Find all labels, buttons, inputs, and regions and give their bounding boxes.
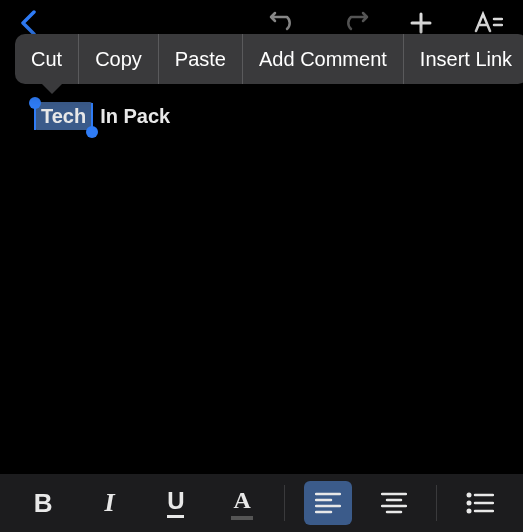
bold-icon: B: [34, 488, 53, 519]
svg-point-1: [466, 501, 471, 506]
selection-handle-start[interactable]: [29, 97, 41, 109]
toolbar-separator: [436, 485, 437, 521]
align-left-icon: [315, 492, 341, 514]
italic-icon: I: [104, 488, 114, 518]
svg-point-0: [466, 493, 471, 498]
text-format-icon[interactable]: [473, 11, 503, 35]
align-center-button[interactable]: [370, 481, 418, 525]
svg-point-2: [466, 509, 471, 514]
redo-icon[interactable]: [339, 11, 369, 35]
bullet-list-icon: [466, 492, 494, 514]
plus-icon[interactable]: [409, 11, 433, 35]
text-selection[interactable]: Tech: [35, 105, 92, 128]
copy-button[interactable]: Copy: [79, 34, 158, 84]
paste-button[interactable]: Paste: [159, 34, 242, 84]
menu-pointer: [42, 84, 62, 94]
selected-text: Tech: [35, 102, 92, 130]
bullet-list-button[interactable]: [456, 481, 504, 525]
text-color-icon: A: [231, 487, 253, 520]
align-center-icon: [381, 492, 407, 514]
document-text: In Pack: [100, 105, 170, 128]
text-line[interactable]: Tech In Pack: [35, 105, 170, 128]
insert-link-button[interactable]: Insert Link: [404, 34, 523, 84]
undo-icon[interactable]: [269, 11, 299, 35]
bold-button[interactable]: B: [19, 481, 67, 525]
context-menu: Cut Copy Paste Add Comment Insert Link: [15, 34, 523, 84]
text-color-button[interactable]: A: [218, 481, 266, 525]
cut-button[interactable]: Cut: [15, 34, 78, 84]
document-area[interactable]: Tech In Pack: [0, 45, 523, 474]
selection-handle-end[interactable]: [86, 126, 98, 138]
back-icon[interactable]: [20, 10, 36, 36]
align-left-button[interactable]: [304, 481, 352, 525]
underline-button[interactable]: U: [152, 481, 200, 525]
toolbar-separator: [284, 485, 285, 521]
add-comment-button[interactable]: Add Comment: [243, 34, 403, 84]
italic-button[interactable]: I: [85, 481, 133, 525]
format-toolbar: B I U A: [0, 474, 523, 532]
underline-icon: U: [167, 489, 184, 518]
